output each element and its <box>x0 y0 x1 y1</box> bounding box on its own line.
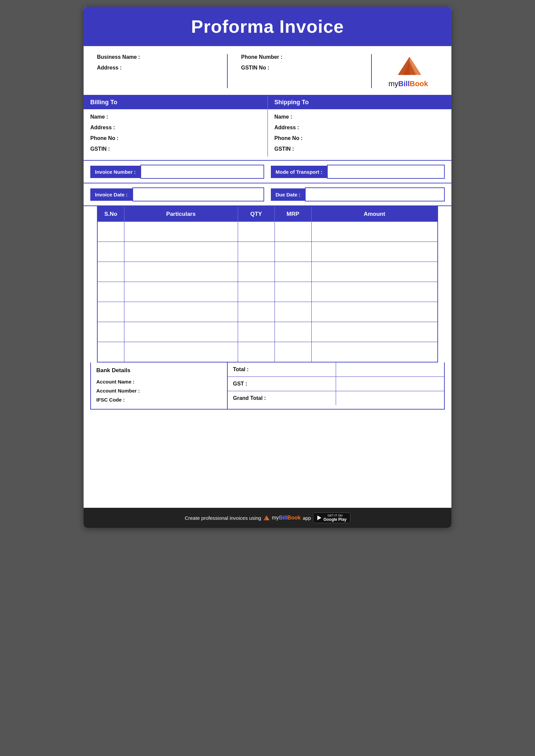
items-table: S.No Particulars QTY MRP Amount <box>97 206 438 362</box>
cell-amount <box>311 222 438 242</box>
cell-particulars <box>124 302 238 322</box>
invoice-number-row: Invoice Number : Mode of Transport : <box>84 161 451 183</box>
cell-particulars <box>124 342 238 362</box>
business-section: Business Name : Address : Phone Number :… <box>84 46 451 96</box>
cell-qty <box>238 322 275 342</box>
cell-amount <box>311 262 438 282</box>
table-wrapper: S.No Particulars QTY MRP Amount <box>84 206 451 362</box>
cell-sno <box>97 322 124 342</box>
footer-text: Create professional invoices using myBil… <box>90 512 445 523</box>
gst-label: GST : <box>228 377 336 391</box>
table-row <box>97 342 438 362</box>
cell-sno <box>97 282 124 302</box>
transport-input[interactable] <box>327 165 445 179</box>
due-date-label: Due Date : <box>271 188 305 201</box>
logo-container: myBillBook <box>389 54 428 88</box>
col-particulars: Particulars <box>124 206 238 222</box>
svg-marker-4 <box>263 515 266 520</box>
shipping-address-label: Address : <box>275 125 445 131</box>
grand-total-value <box>336 391 444 405</box>
business-name-label: Business Name : <box>97 54 227 60</box>
col-amount: Amount <box>311 206 438 222</box>
cell-particulars <box>124 262 238 282</box>
footer-create-text: Create professional invoices using <box>185 515 261 521</box>
footer-app-text: app <box>303 515 311 521</box>
cell-qty <box>238 242 275 262</box>
due-date-field: Due Date : <box>271 187 445 201</box>
invoice-number-field: Invoice Number : <box>90 165 264 179</box>
total-label: Total : <box>228 362 336 376</box>
cell-mrp <box>275 262 311 282</box>
invoice-date-field: Invoice Date : <box>90 187 264 201</box>
billing-phone-label: Phone No : <box>90 135 261 141</box>
table-header-row: S.No Particulars QTY MRP Amount <box>97 206 438 222</box>
grand-total-row: Grand Total : <box>228 391 444 405</box>
billing-address-label: Address : <box>90 125 261 131</box>
business-right: myBillBook <box>371 54 438 88</box>
phone-label: Phone Number : <box>241 54 371 60</box>
shipping-gstin-label: GSTIN : <box>275 146 445 152</box>
cell-mrp <box>275 342 311 362</box>
bank-details: Bank Details Account Name : Account Numb… <box>91 362 228 409</box>
cell-amount <box>311 242 438 262</box>
col-sno: S.No <box>97 206 124 222</box>
cell-qty <box>238 302 275 322</box>
billing-col: Name : Address : Phone No : GSTIN : <box>84 109 268 157</box>
cell-qty <box>238 262 275 282</box>
grand-total-label: Grand Total : <box>228 391 336 405</box>
cell-sno <box>97 242 124 262</box>
business-address-label: Address : <box>97 65 227 71</box>
ifsc-label: IFSC Code : <box>96 395 222 404</box>
cell-particulars <box>124 242 238 262</box>
invoice-date-row: Invoice Date : Due Date : <box>84 183 451 206</box>
cell-amount <box>311 282 438 302</box>
cell-mrp <box>275 302 311 322</box>
billing-header: Billing To <box>84 96 268 109</box>
shipping-header: Shipping To <box>268 96 452 109</box>
footer: Create professional invoices using myBil… <box>84 508 451 528</box>
billing-name-label: Name : <box>90 114 261 120</box>
summary-section: Bank Details Account Name : Account Numb… <box>90 362 445 410</box>
account-name-label: Account Name : <box>96 377 222 386</box>
table-row <box>97 322 438 342</box>
total-value <box>336 362 444 376</box>
gstin-label: GSTIN No : <box>241 65 371 71</box>
due-date-input[interactable] <box>305 187 445 201</box>
transport-field: Mode of Transport : <box>271 165 445 179</box>
play-store-text: GET IT ON Google Play <box>323 514 346 522</box>
cell-sno <box>97 262 124 282</box>
cell-qty <box>238 222 275 242</box>
table-row <box>97 282 438 302</box>
table-row <box>97 302 438 322</box>
gst-value <box>336 377 444 391</box>
shipping-phone-label: Phone No : <box>275 135 445 141</box>
col-qty: QTY <box>238 206 275 222</box>
billing-shipping-header: Billing To Shipping To <box>84 96 451 109</box>
cell-mrp <box>275 222 311 242</box>
google-play-badge[interactable]: GET IT ON Google Play <box>313 512 350 523</box>
footer-brand: myBillBook <box>272 515 301 521</box>
cell-qty <box>238 342 275 362</box>
cell-amount <box>311 302 438 322</box>
cell-particulars <box>124 222 238 242</box>
business-left: Business Name : Address : <box>97 54 227 88</box>
cell-particulars <box>124 322 238 342</box>
table-row <box>97 262 438 282</box>
total-row: Total : <box>228 362 444 377</box>
cell-particulars <box>124 282 238 302</box>
invoice-date-input[interactable] <box>132 187 264 201</box>
svg-marker-5 <box>317 515 321 520</box>
page-title: Proforma Invoice <box>90 16 445 37</box>
invoice-number-label: Invoice Number : <box>90 166 140 178</box>
cell-mrp <box>275 282 311 302</box>
shipping-col: Name : Address : Phone No : GSTIN : <box>268 109 452 157</box>
transport-label: Mode of Transport : <box>271 166 327 178</box>
bank-title: Bank Details <box>96 367 222 374</box>
table-row <box>97 222 438 242</box>
gst-row: GST : <box>228 377 444 391</box>
mybillbook-logo-icon <box>395 54 422 78</box>
invoice-number-input[interactable] <box>140 165 264 179</box>
cell-amount <box>311 322 438 342</box>
footer-arrow-icon <box>263 515 270 521</box>
google-play-icon <box>317 515 322 520</box>
